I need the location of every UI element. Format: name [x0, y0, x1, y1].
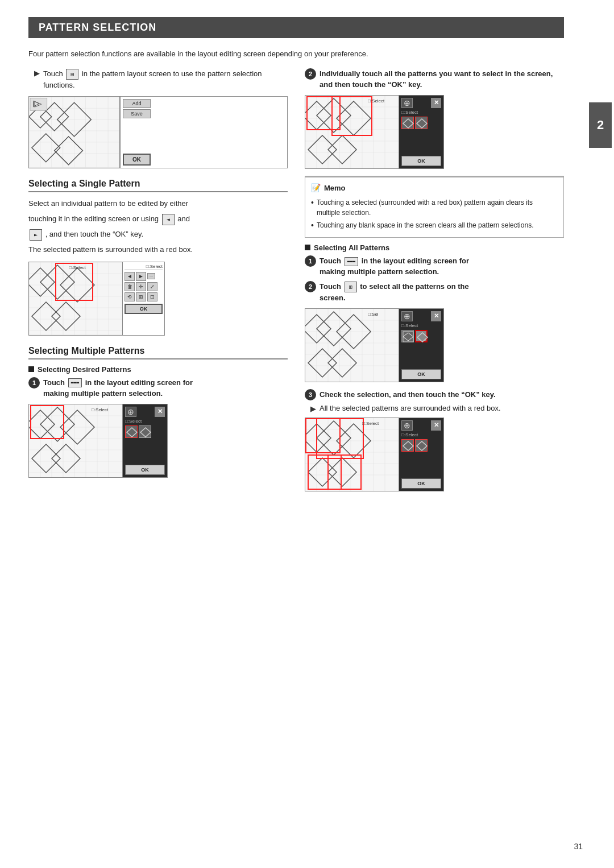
step2-screen-main: □:Select — [305, 96, 399, 168]
step2-thumb-area — [401, 117, 441, 129]
step2-individually: 2 Individually touch all the patterns yo… — [305, 68, 564, 90]
all-close-btn[interactable]: ✕ — [431, 311, 441, 321]
left-arrow-icon: ◄ — [162, 214, 175, 225]
icon-row2: ⟲ ⊞ ⊡ — [125, 292, 163, 301]
page-title: PATTERN SELECTION — [39, 22, 156, 33]
edit-panel: □:Select ◄ ► ··· 🗑 ✛ ⤢ — [123, 262, 164, 335]
ok-btn[interactable]: OK — [123, 154, 151, 166]
step3-check: 3 Check the selection, and then touch th… — [305, 389, 564, 400]
all-screen-main: □:Sel — [305, 309, 399, 382]
desired-screen-main: □:Select — [29, 404, 123, 477]
dots-btn[interactable]: ··· — [147, 273, 155, 279]
all-thumb1[interactable] — [401, 330, 414, 342]
align-btn[interactable]: ⊡ — [147, 292, 157, 301]
svg-marker-136 — [403, 441, 413, 450]
trash-btn[interactable]: 🗑 — [125, 282, 135, 291]
single-pattern-text5: The selected pattern is surrounded with … — [28, 244, 288, 256]
svg-marker-129 — [308, 458, 337, 486]
desired-patterns-heading: Selecting Desired Patterns — [28, 365, 288, 374]
step3-select-label: □:Select — [401, 432, 441, 437]
page-num-text: 31 — [574, 842, 583, 851]
step1-circle: 1 — [28, 377, 40, 388]
step1-end: making multiple pattern selection. — [43, 389, 163, 398]
all-screen-svg: □:Sel — [305, 309, 399, 382]
svg-marker-87 — [328, 135, 356, 164]
svg-marker-19 — [32, 134, 60, 162]
single-ok-btn[interactable]: OK — [125, 304, 163, 314]
all-top-row: ⊕ ✕ — [401, 311, 441, 321]
step3-top-row: ⊕ ✕ — [401, 420, 441, 431]
left-column: ▶ Touch ⊞ in the pattern layout screen t… — [28, 68, 288, 498]
desired-panel: ⊕ ✕ □:Select — [123, 404, 167, 477]
section-header: PATTERN SELECTION — [28, 17, 564, 38]
step2-content: Individually touch all the patterns you … — [320, 68, 564, 90]
ms-plus-icon[interactable]: ⊕ — [125, 407, 136, 417]
svg-marker-137 — [417, 441, 427, 450]
step2-thumb2[interactable] — [415, 117, 428, 129]
desired-screen-svg: □:Select — [29, 404, 123, 477]
all-thumb-area — [401, 330, 441, 342]
arrow-icon: ▶ — [34, 69, 40, 77]
next-btn[interactable]: ► — [136, 272, 146, 281]
step3-thumb2[interactable] — [415, 439, 428, 452]
page-number: 31 — [574, 842, 583, 851]
all-step2: 2 Touch ⊞ to select all the patterns on … — [305, 281, 564, 304]
copy-btn[interactable]: ⊞ — [136, 292, 146, 301]
select-all-icon: ⊞ — [345, 282, 357, 292]
ms-thumb1[interactable] — [125, 425, 138, 438]
prev-btn[interactable]: ◄ — [125, 272, 135, 281]
all-thumb2[interactable] — [415, 330, 428, 342]
ms-close-btn[interactable]: ✕ — [155, 407, 165, 417]
single-text1: Select an individual pattern to be edite… — [28, 199, 188, 208]
step1-middle: in the layout editing screen for — [85, 378, 193, 387]
all-step2-touch: Touch — [320, 282, 341, 291]
touch-label: Touch — [43, 69, 63, 78]
svg-marker-130 — [328, 458, 356, 486]
ms-thumb2[interactable] — [139, 425, 151, 438]
step2-close-btn[interactable]: ✕ — [431, 98, 441, 108]
all-ok-btn[interactable]: OK — [401, 369, 441, 379]
step2-text: Individually touch all the patterns you … — [320, 69, 553, 89]
edit-screen-wrapper: □:Select □:Select ◄ ► ··· 🗑 — [28, 262, 288, 336]
desired-step1: 1 Touch ▬▬▬ in the layout editing screen… — [28, 377, 288, 399]
step3-text: Check the selection, and then touch the … — [320, 390, 496, 399]
svg-marker-109 — [328, 349, 356, 377]
step3-panel: ⊕ ✕ □:Select — [399, 418, 443, 491]
svg-marker-91 — [403, 119, 413, 128]
ms-top-row: ⊕ ✕ — [125, 407, 165, 417]
add-btn[interactable]: Add — [123, 99, 151, 108]
chapter-number: 2 — [597, 118, 604, 133]
step2-top-row: ⊕ ✕ — [401, 98, 441, 108]
top-screen-mockup: Add Save OK — [28, 96, 288, 168]
step2-plus-icon[interactable]: ⊕ — [401, 98, 413, 108]
flip-btn[interactable]: ⟲ — [125, 292, 135, 301]
intro-text: Four pattern selection functions are ava… — [28, 48, 564, 60]
multiple-heading-text: Selecting Multiple Patterns — [28, 346, 144, 356]
step2-ok-btn[interactable]: OK — [401, 156, 441, 166]
all-plus-icon[interactable]: ⊕ — [401, 311, 413, 321]
memo-icon: 📝 — [311, 182, 321, 194]
svg-marker-46 — [52, 302, 80, 330]
step2-svg: □:Select — [305, 96, 399, 168]
svg-marker-66 — [52, 444, 80, 473]
all-step2-content: Touch ⊞ to select all the patterns on th… — [320, 281, 564, 304]
resize-btn[interactable]: ⤢ — [147, 282, 157, 291]
desired-step1-content: Touch ▬▬▬ in the layout editing screen f… — [43, 377, 288, 399]
save-btn[interactable]: Save — [123, 109, 151, 118]
memo-item1: • Touching a selected (surrounded with a… — [311, 197, 558, 218]
single-pattern-heading: Selecting a Single Pattern — [28, 179, 288, 192]
all-step1: 1 Touch ▬▬▬ in the layout editing screen… — [305, 255, 564, 278]
move-btn[interactable]: ✛ — [136, 282, 146, 291]
svg-marker-92 — [417, 119, 427, 128]
step3-thumb1[interactable] — [401, 439, 414, 452]
step3-ok-btn[interactable]: OK — [401, 478, 441, 489]
all-step2-circle: 2 — [305, 281, 316, 292]
step3-plus-icon[interactable]: ⊕ — [401, 420, 413, 431]
memo-box: 📝 Memo • Touching a selected (surrounded… — [305, 176, 564, 238]
desired-ok-btn[interactable]: OK — [125, 465, 165, 475]
edit-screen-svg: □:Select — [29, 262, 123, 335]
all-step1-middle: in the layout editing screen for — [362, 257, 469, 265]
step3-close-btn[interactable]: ✕ — [431, 420, 441, 431]
step2-circle: 2 — [305, 68, 316, 80]
step2-thumb1[interactable] — [401, 117, 414, 129]
